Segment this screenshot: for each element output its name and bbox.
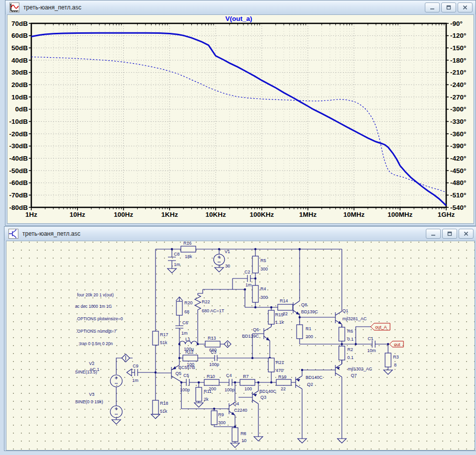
svg-text:8: 8 [394,363,397,367]
resistor-r19[interactable] [276,379,291,385]
resistor-r5[interactable] [252,256,258,273]
svg-text:1m: 1m [132,378,139,383]
y-right-tick-label: -240° [450,81,466,89]
svg-text:0.1: 0.1 [347,355,354,360]
y-right-tick-label: -210° [450,69,466,76]
waveform-window-titlebar[interactable]: треть-юаня_петл.asc [5,0,476,14]
svg-text:Q4: Q4 [233,401,239,406]
transistor-q5[interactable] [171,358,181,382]
svg-text:Q2: Q2 [307,382,313,387]
resistor-r10[interactable] [204,379,219,385]
svg-text:V3: V3 [89,392,94,397]
y-right-tick-label: -450° [450,167,466,175]
transistor-q2[interactable] [296,370,302,439]
svg-text:V2: V2 [89,361,94,366]
resistor-r2[interactable] [339,346,345,360]
resistor-r1[interactable] [297,325,303,339]
y-right-tick-label: -510° [450,191,466,199]
close-button[interactable] [458,2,473,12]
svg-text:C9: C9 [133,364,139,368]
resistor-r13[interactable] [205,341,220,347]
svg-text:C2240: C2240 [234,408,247,413]
y-right-tick-label: -150° [450,44,466,52]
plot-frame [31,23,446,207]
svg-text:BD139C: BD139C [301,309,318,314]
schematic-window-titlebar[interactable]: треть-юаня_петл.asc [4,227,476,241]
svg-text:10: 10 [241,438,246,443]
close-icon [462,5,468,10]
svg-text:1.1k: 1.1k [275,320,284,325]
voltage-source-v2[interactable] [110,375,122,387]
resistor-r9[interactable] [211,411,217,425]
schematic-canvas[interactable]: out_A out four 20k 20 1 v(out) ac dec 10… [6,241,475,451]
y-left-tick-label: -80dB [9,204,28,211]
waveform-plot-pane[interactable]: 70dB60dB50dB40dB30dB20dB10dB0dB-10dB-20d… [7,14,474,224]
resistor-r7[interactable] [240,379,255,385]
svg-text:C2: C2 [244,270,250,274]
svg-text:R20: R20 [184,300,193,305]
resistor-r16[interactable] [181,246,196,252]
transistor-q1[interactable] [335,249,342,327]
net-flag-out-a[interactable]: out_A [371,323,390,330]
waveform-window: треть-юаня_петл.asc 70dB60dB50dB40dB30dB… [5,0,476,226]
resistor-r3[interactable] [385,353,391,367]
y-left-tick-label: -70dB [9,191,28,199]
directive-ac: ac dec 1000 1m 1G [75,304,112,309]
minimize-button[interactable] [426,229,441,239]
svg-text:10m: 10m [367,348,376,353]
x-tick-label: 100KHz [249,211,274,218]
x-tick-label: 10MHz [343,211,365,218]
voltage-source-v1[interactable] [214,254,225,265]
svg-text:R7: R7 [243,374,249,379]
window-title: треть-юаня_петл.asc [22,230,80,237]
resistor-r17[interactable] [153,331,159,345]
y-right-tick-label: -360° [450,130,466,138]
svg-text:mjl1302_AC: mjl1302_AC [348,366,373,371]
resistor-r18[interactable] [153,400,159,414]
bode-plot[interactable]: 70dB60dB50dB40dB30dB20dB10dB0dB-10dB-20d… [7,15,474,222]
svg-text:C6: C6 [182,320,188,325]
svg-text:300: 300 [218,420,226,425]
resistor-r8[interactable] [232,428,238,442]
svg-text:51k: 51k [160,340,167,345]
component-labels: R16 18k C8 1m V1 30 R5 300 C2 1m R4 300 … [75,241,399,443]
svg-text:BD139C: BD139C [242,334,259,339]
svg-text:R6: R6 [347,329,353,334]
svg-text:BD140C: BD140C [259,389,277,394]
svg-text:out: out [394,342,400,347]
y-right-tick-label: -120° [450,32,466,39]
minimize-button[interactable] [425,2,440,12]
circuit-schematic[interactable]: out_A out four 20k 20 1 v(out) ac dec 10… [6,241,474,449]
svg-text:out_A: out_A [375,325,387,330]
resistor-r15[interactable] [268,310,274,324]
resistor-r6[interactable] [339,327,345,341]
svg-text:R15: R15 [275,312,284,317]
svg-text:300: 300 [260,295,268,300]
transistor-q6[interactable] [264,324,271,358]
spice-directives[interactable]: four 20k 20 1 v(out) ac dec 1000 1m 1G .… [75,292,123,346]
svg-text:Q8: Q8 [301,302,307,307]
restore-button[interactable] [441,2,456,12]
svg-text:1m: 1m [174,262,180,267]
resistor-r20[interactable] [176,301,182,315]
svg-text:C3: C3 [211,350,217,355]
resistor-r14[interactable] [278,304,293,310]
y-left-tick-label: -20dB [9,130,28,138]
svg-text:R17: R17 [160,332,168,337]
y-right-tick-label: -330° [450,118,466,125]
y-left-tick-label: 50dB [11,44,28,52]
transistor-q7[interactable] [335,360,342,439]
restore-button[interactable] [442,229,457,239]
resistor-r12[interactable] [183,355,198,361]
resistor-r4[interactable] [252,285,258,302]
svg-text:100p: 100p [180,387,190,392]
transistor-q3[interactable] [252,382,258,437]
transistor-q8[interactable] [293,249,300,325]
svg-text:680 AC=1T: 680 AC=1T [202,308,225,313]
voltage-source-v3[interactable] [110,406,122,418]
resistor-r11[interactable] [196,387,202,401]
close-button[interactable] [459,229,474,239]
resistor-r21[interactable] [268,358,274,372]
x-tick-label: 100MHz [388,211,413,218]
svg-text:BD140C: BD140C [306,375,323,380]
